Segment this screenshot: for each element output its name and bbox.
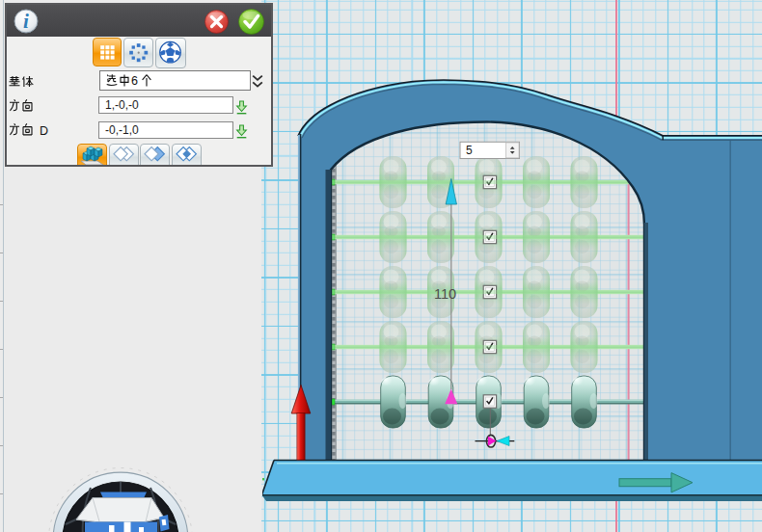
svg-text:110: 110	[434, 286, 456, 302]
svg-text:D: D	[40, 124, 48, 137]
svg-text:6: 6	[131, 74, 138, 87]
svg-text:i: i	[23, 10, 29, 33]
svg-text:5: 5	[466, 144, 473, 157]
